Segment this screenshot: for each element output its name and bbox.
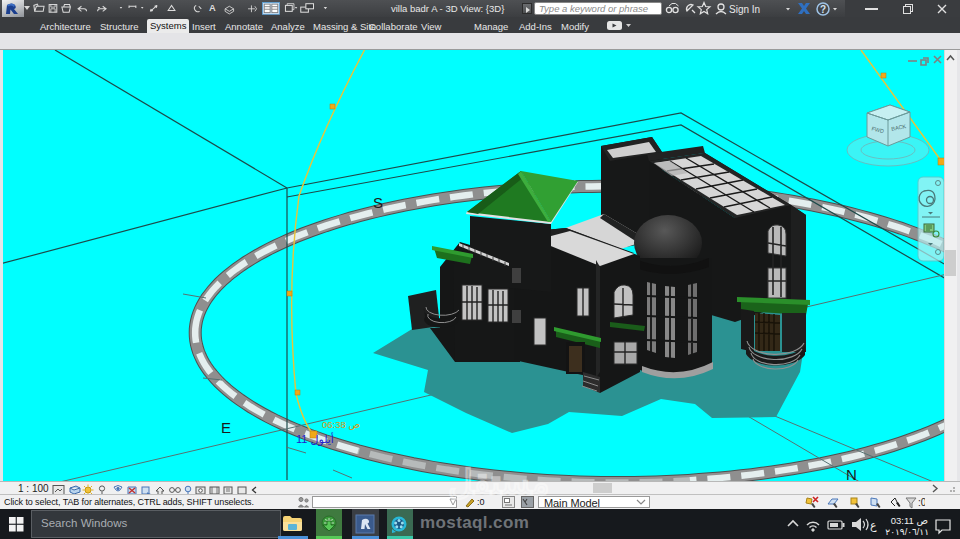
svg-text:N: N — [846, 466, 857, 481]
svg-text:A: A — [209, 3, 216, 13]
svg-text:٢٠١٩/٠٦/١١: ٢٠١٩/٠٦/١١ — [885, 527, 929, 537]
svg-text:E: E — [221, 419, 231, 436]
svg-text:ع: ع — [870, 519, 877, 532]
svg-text:Sign In: Sign In — [729, 4, 760, 15]
svg-text::0: :0 — [918, 497, 925, 508]
svg-text:03:11 ص: 03:11 ص — [891, 515, 928, 526]
svg-text:?: ? — [820, 4, 826, 15]
svg-text:11 أيلول: 11 أيلول — [296, 432, 334, 446]
svg-text:06:38 ص: 06:38 ص — [322, 419, 360, 430]
svg-text:S: S — [373, 194, 383, 211]
